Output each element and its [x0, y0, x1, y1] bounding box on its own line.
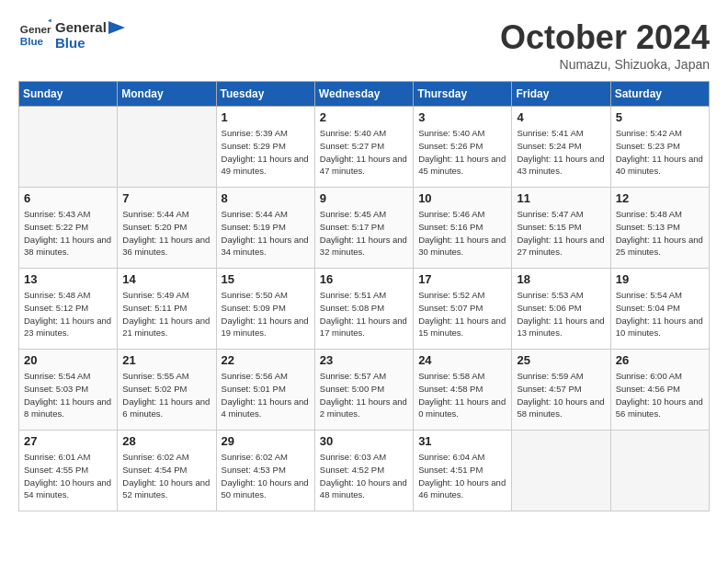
day-info: Sunrise: 5:44 AM Sunset: 5:20 PM Dayligh… [122, 208, 210, 259]
calendar-cell [512, 431, 610, 511]
logo-general: General [55, 19, 107, 35]
day-number: 9 [320, 191, 408, 205]
day-number: 16 [320, 272, 408, 286]
calendar-cell: 15Sunrise: 5:50 AM Sunset: 5:09 PM Dayli… [216, 269, 314, 350]
day-info: Sunrise: 5:55 AM Sunset: 5:02 PM Dayligh… [122, 370, 210, 420]
calendar-cell: 28Sunrise: 6:02 AM Sunset: 4:54 PM Dayli… [118, 431, 216, 511]
calendar-cell: 31Sunrise: 6:04 AM Sunset: 4:51 PM Dayli… [414, 431, 512, 511]
calendar-cell: 4Sunrise: 5:41 AM Sunset: 5:24 PM Daylig… [512, 107, 610, 188]
logo-blue: Blue [55, 35, 125, 51]
day-info: Sunrise: 5:50 AM Sunset: 5:09 PM Dayligh… [222, 289, 310, 339]
day-number: 12 [616, 191, 704, 205]
calendar-cell: 1Sunrise: 5:39 AM Sunset: 5:29 PM Daylig… [216, 107, 314, 188]
day-number: 20 [24, 353, 112, 367]
calendar-cell: 23Sunrise: 5:57 AM Sunset: 5:00 PM Dayli… [314, 350, 413, 431]
svg-marker-2 [48, 19, 51, 23]
calendar-week-1: 1Sunrise: 5:39 AM Sunset: 5:29 PM Daylig… [19, 107, 710, 188]
calendar-week-2: 6Sunrise: 5:43 AM Sunset: 5:22 PM Daylig… [19, 188, 710, 269]
day-number: 4 [517, 110, 605, 124]
day-info: Sunrise: 5:54 AM Sunset: 5:03 PM Dayligh… [24, 370, 112, 420]
calendar-cell: 19Sunrise: 5:54 AM Sunset: 5:04 PM Dayli… [610, 269, 709, 350]
calendar-cell: 16Sunrise: 5:51 AM Sunset: 5:08 PM Dayli… [314, 269, 413, 350]
calendar-cell: 6Sunrise: 5:43 AM Sunset: 5:22 PM Daylig… [19, 188, 118, 269]
day-number: 27 [24, 434, 112, 448]
day-info: Sunrise: 5:46 AM Sunset: 5:16 PM Dayligh… [418, 208, 506, 259]
svg-marker-3 [108, 21, 125, 34]
day-info: Sunrise: 5:39 AM Sunset: 5:29 PM Dayligh… [222, 127, 310, 178]
calendar-cell: 22Sunrise: 5:56 AM Sunset: 5:01 PM Dayli… [216, 350, 314, 431]
day-number: 7 [122, 191, 210, 205]
calendar-cell: 30Sunrise: 6:03 AM Sunset: 4:52 PM Dayli… [314, 431, 413, 511]
day-number: 15 [222, 272, 310, 286]
calendar-cell: 21Sunrise: 5:55 AM Sunset: 5:02 PM Dayli… [118, 350, 216, 431]
calendar-cell: 17Sunrise: 5:52 AM Sunset: 5:07 PM Dayli… [414, 269, 512, 350]
day-info: Sunrise: 6:04 AM Sunset: 4:51 PM Dayligh… [418, 451, 506, 501]
day-number: 30 [320, 434, 408, 448]
title-block: October 2024 Numazu, Shizuoka, Japan [500, 18, 710, 72]
day-number: 23 [320, 353, 408, 367]
location-subtitle: Numazu, Shizuoka, Japan [500, 57, 710, 72]
svg-text:General: General [20, 23, 51, 35]
weekday-header-wednesday: Wednesday [314, 82, 413, 107]
calendar-cell: 13Sunrise: 5:48 AM Sunset: 5:12 PM Dayli… [19, 269, 118, 350]
calendar-cell: 11Sunrise: 5:47 AM Sunset: 5:15 PM Dayli… [512, 188, 610, 269]
calendar-cell: 12Sunrise: 5:48 AM Sunset: 5:13 PM Dayli… [610, 188, 709, 269]
day-number: 29 [222, 434, 310, 448]
day-info: Sunrise: 6:03 AM Sunset: 4:52 PM Dayligh… [320, 451, 408, 501]
calendar-week-3: 13Sunrise: 5:48 AM Sunset: 5:12 PM Dayli… [19, 269, 710, 350]
day-info: Sunrise: 5:44 AM Sunset: 5:19 PM Dayligh… [222, 208, 310, 259]
calendar-cell: 5Sunrise: 5:42 AM Sunset: 5:23 PM Daylig… [610, 107, 709, 188]
day-number: 25 [517, 353, 605, 367]
day-info: Sunrise: 6:00 AM Sunset: 4:56 PM Dayligh… [616, 370, 704, 420]
day-info: Sunrise: 5:42 AM Sunset: 5:23 PM Dayligh… [616, 127, 704, 178]
day-number: 31 [418, 434, 506, 448]
day-info: Sunrise: 5:47 AM Sunset: 5:15 PM Dayligh… [517, 208, 605, 259]
day-info: Sunrise: 6:02 AM Sunset: 4:53 PM Dayligh… [222, 451, 310, 501]
calendar-cell: 29Sunrise: 6:02 AM Sunset: 4:53 PM Dayli… [216, 431, 314, 511]
day-info: Sunrise: 5:43 AM Sunset: 5:22 PM Dayligh… [24, 208, 112, 259]
day-number: 26 [616, 353, 704, 367]
logo-arrow-icon [108, 21, 125, 34]
day-number: 21 [122, 353, 210, 367]
day-info: Sunrise: 5:51 AM Sunset: 5:08 PM Dayligh… [320, 289, 408, 339]
day-number: 8 [222, 191, 310, 205]
calendar-cell: 9Sunrise: 5:45 AM Sunset: 5:17 PM Daylig… [314, 188, 413, 269]
calendar-cell: 25Sunrise: 5:59 AM Sunset: 4:57 PM Dayli… [512, 350, 610, 431]
calendar-cell: 3Sunrise: 5:40 AM Sunset: 5:26 PM Daylig… [414, 107, 512, 188]
weekday-header-sunday: Sunday [19, 82, 118, 107]
calendar-cell: 27Sunrise: 6:01 AM Sunset: 4:55 PM Dayli… [19, 431, 118, 511]
day-number: 3 [418, 110, 506, 124]
day-number: 28 [122, 434, 210, 448]
month-title: October 2024 [500, 18, 710, 57]
day-info: Sunrise: 5:54 AM Sunset: 5:04 PM Dayligh… [616, 289, 704, 339]
calendar-table: SundayMondayTuesdayWednesdayThursdayFrid… [18, 81, 710, 511]
logo: General Blue General Blue [18, 18, 125, 52]
calendar-cell: 14Sunrise: 5:49 AM Sunset: 5:11 PM Dayli… [118, 269, 216, 350]
calendar-cell: 20Sunrise: 5:54 AM Sunset: 5:03 PM Dayli… [19, 350, 118, 431]
calendar-cell: 8Sunrise: 5:44 AM Sunset: 5:19 PM Daylig… [216, 188, 314, 269]
calendar-cell [610, 431, 709, 511]
day-info: Sunrise: 5:59 AM Sunset: 4:57 PM Dayligh… [517, 370, 605, 420]
day-info: Sunrise: 5:56 AM Sunset: 5:01 PM Dayligh… [222, 370, 310, 420]
day-info: Sunrise: 5:41 AM Sunset: 5:24 PM Dayligh… [517, 127, 605, 178]
calendar-cell: 10Sunrise: 5:46 AM Sunset: 5:16 PM Dayli… [414, 188, 512, 269]
day-number: 19 [616, 272, 704, 286]
day-info: Sunrise: 5:40 AM Sunset: 5:26 PM Dayligh… [418, 127, 506, 178]
weekday-header-tuesday: Tuesday [216, 82, 314, 107]
calendar-header-row: SundayMondayTuesdayWednesdayThursdayFrid… [19, 82, 710, 107]
day-number: 5 [616, 110, 704, 124]
day-number: 6 [24, 191, 112, 205]
calendar-cell: 2Sunrise: 5:40 AM Sunset: 5:27 PM Daylig… [314, 107, 413, 188]
calendar-cell: 26Sunrise: 6:00 AM Sunset: 4:56 PM Dayli… [610, 350, 709, 431]
day-number: 11 [517, 191, 605, 205]
weekday-header-thursday: Thursday [414, 82, 512, 107]
calendar-cell: 18Sunrise: 5:53 AM Sunset: 5:06 PM Dayli… [512, 269, 610, 350]
day-number: 10 [418, 191, 506, 205]
day-info: Sunrise: 5:40 AM Sunset: 5:27 PM Dayligh… [320, 127, 408, 178]
day-info: Sunrise: 5:57 AM Sunset: 5:00 PM Dayligh… [320, 370, 408, 420]
page-header: General Blue General Blue October 2024 N… [18, 18, 710, 72]
calendar-week-4: 20Sunrise: 5:54 AM Sunset: 5:03 PM Dayli… [19, 350, 710, 431]
day-number: 24 [418, 353, 506, 367]
day-info: Sunrise: 5:53 AM Sunset: 5:06 PM Dayligh… [517, 289, 605, 339]
day-info: Sunrise: 5:48 AM Sunset: 5:12 PM Dayligh… [24, 289, 112, 339]
